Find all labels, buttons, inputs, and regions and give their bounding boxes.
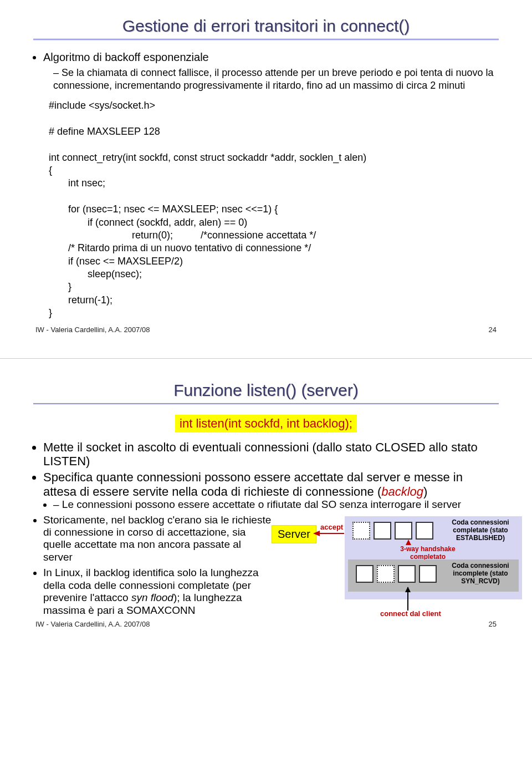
queue-established bbox=[352, 522, 433, 540]
signature-wrap: int listen(int sockfd, int backlog); bbox=[33, 415, 499, 433]
bullet-algo: Algoritmo di backoff esponenziale Se la … bbox=[43, 50, 499, 91]
code-block: #include <sys/socket.h> # define MAXSLEE… bbox=[49, 99, 499, 320]
bullet-listen-1: Mette il socket in ascolto di eventuali … bbox=[43, 440, 499, 469]
bullet-linux: In Linux, il backlog identifica solo la … bbox=[43, 567, 272, 617]
footer-left-1: IW - Valeria Cardellini, A.A. 2007/08 bbox=[35, 325, 150, 334]
connect-label: connect dal client bbox=[380, 609, 441, 618]
qbox bbox=[416, 522, 433, 540]
slide-divider bbox=[0, 358, 532, 359]
qbox bbox=[352, 522, 370, 540]
slide-title-2: Funzione listen() (server) bbox=[33, 381, 499, 400]
queue-established-label: Coda connessioni completate (stato ESTAB… bbox=[444, 518, 516, 542]
b2-text-b: ) bbox=[423, 485, 427, 498]
queue-area: Coda connessioni completate (stato ESTAB… bbox=[345, 516, 522, 599]
function-signature: int listen(int sockfd, int backlog); bbox=[175, 415, 357, 433]
bullet-algo-sub: Se la chiamata di connect fallisce, il p… bbox=[53, 67, 499, 91]
qbox bbox=[419, 565, 437, 583]
bullet-algo-text: Algoritmo di backoff esponenziale bbox=[43, 51, 209, 63]
qbox bbox=[398, 565, 416, 583]
slide-1: Gestione di errori transitori in connect… bbox=[0, 0, 532, 345]
qbox bbox=[356, 565, 374, 583]
footer-1: IW - Valeria Cardellini, A.A. 2007/08 24 bbox=[33, 325, 499, 334]
title-underline-2 bbox=[33, 403, 499, 405]
b2-term-backlog: backlog bbox=[381, 485, 423, 498]
arrow-vert-icon bbox=[407, 587, 408, 611]
diagram-row: Storicamente, nel backlog c'erano sia le… bbox=[33, 514, 499, 617]
slide-number-1: 24 bbox=[489, 325, 497, 334]
arrow-line bbox=[320, 533, 344, 534]
server-box: Server bbox=[272, 525, 316, 543]
qbox bbox=[374, 522, 391, 540]
queue-incomplete bbox=[356, 565, 437, 583]
left-column: Storicamente, nel backlog c'erano sia le… bbox=[33, 514, 272, 617]
b4-synflood: syn flood bbox=[131, 592, 173, 603]
accept-label: accept bbox=[320, 523, 343, 531]
qbox bbox=[377, 565, 395, 583]
bullet-algo-sub-text: Se la chiamata di connect fallisce, il p… bbox=[53, 67, 499, 91]
queue-incomplete-label: Coda connessioni incomplete (stato SYN_R… bbox=[444, 562, 516, 585]
bullet-history: Storicamente, nel backlog c'erano sia le… bbox=[43, 514, 272, 564]
arrow-up-icon bbox=[406, 540, 411, 545]
footer-left-2: IW - Valeria Cardellini, A.A. 2007/08 bbox=[35, 620, 150, 628]
arrow-left-icon bbox=[313, 531, 320, 536]
slide2-body: Mette il socket in ascolto di eventuali … bbox=[33, 440, 499, 511]
b2-sub: Le connessioni possono essere accettate … bbox=[53, 498, 499, 511]
handshake-label: 3-way handshake completato bbox=[395, 545, 461, 561]
slide1-bullets: Algoritmo di backoff esponenziale Se la … bbox=[43, 50, 499, 91]
qbox bbox=[395, 522, 412, 540]
slide-2: Funzione listen() (server) int listen(in… bbox=[0, 364, 532, 639]
bullet-listen-2: Specifica quante connessioni possono ess… bbox=[43, 470, 499, 510]
queue-diagram: Server accept Coda connessioni completat… bbox=[272, 516, 532, 622]
slide-title-1: Gestione di errori transitori in connect… bbox=[33, 17, 499, 35]
title-underline bbox=[33, 39, 499, 40]
